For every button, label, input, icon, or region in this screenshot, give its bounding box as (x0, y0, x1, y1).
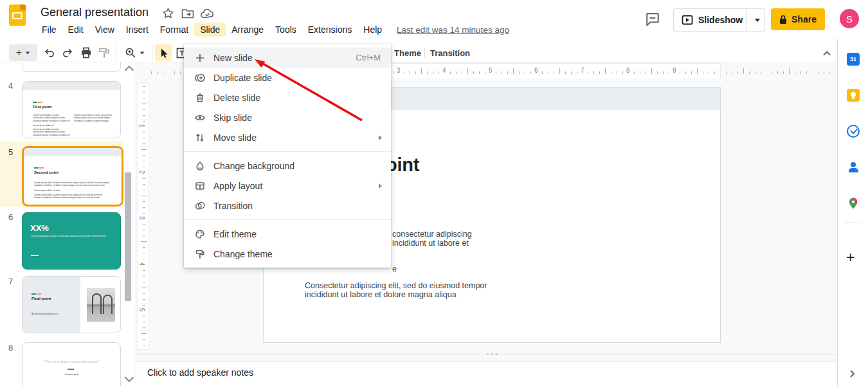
accent-dash (37, 293, 41, 295)
keep-icon[interactable] (847, 89, 860, 102)
transition-button[interactable]: Transition (428, 44, 473, 61)
trash-icon (194, 92, 206, 104)
select-tool-active[interactable] (155, 44, 172, 61)
slide-body-text[interactable]: Consectetur adipiscing elit, sed do eius… (305, 281, 487, 290)
theme-button[interactable]: Theme (392, 44, 423, 61)
move-icon (194, 132, 206, 143)
menu-item-new-slide[interactable]: New slide Ctrl+M (184, 48, 391, 68)
menu-item-change-theme[interactable]: Change theme (184, 244, 391, 264)
speaker-notes[interactable]: Click to add speaker notes (136, 362, 838, 386)
add-addon-plus-icon[interactable]: + (846, 251, 859, 264)
slide-thumbnail-4[interactable]: First point Lorem ipsum dolor sit amet c… (22, 81, 121, 138)
move-folder-icon[interactable] (181, 8, 194, 19)
avatar-initial: S (846, 14, 853, 24)
contacts-icon[interactable] (847, 161, 860, 174)
ladder-shape (92, 293, 102, 314)
notes-resize-handle[interactable] (487, 353, 498, 355)
tasks-icon[interactable] (847, 125, 860, 138)
menu-format[interactable]: Format (154, 23, 194, 37)
slide-thumbnail-8[interactable]: "This is a super-important quote" - Famo… (22, 342, 121, 386)
accent-dash (38, 102, 42, 103)
google-side-panel: 31 + (837, 39, 868, 386)
thumb-body-text: Lorem ipsum dolor sit amet consectetur a… (33, 124, 59, 127)
collapse-panel-icon[interactable] (849, 369, 862, 382)
scroll-down-icon[interactable] (125, 373, 134, 382)
thumb-title: XX% (30, 223, 49, 233)
collapse-toolbar-icon[interactable] (818, 44, 836, 61)
accent-dash (39, 167, 44, 169)
last-edit-link[interactable]: Last edit was 14 minutes ago (397, 25, 509, 35)
thumb-caption: A small text description of it (32, 313, 71, 316)
menu-item-edit-theme[interactable]: Edit theme (184, 224, 391, 244)
star-icon[interactable] (162, 7, 174, 19)
redo-button[interactable] (60, 44, 75, 61)
menu-arrange[interactable]: Arrange (226, 23, 269, 37)
menu-help[interactable]: Help (357, 23, 388, 37)
menu-item-label: Move slide (213, 133, 257, 143)
slide-body-text[interactable]: consectetur adipiscing (392, 230, 472, 239)
cloud-status-icon[interactable] (201, 9, 215, 19)
vertical-ruler: 1 2 3 4 5 (138, 82, 148, 349)
menu-item-move-slide[interactable]: Move slide (184, 127, 391, 147)
thumb-body-text: Lorem ipsum dolor sit amet consectetur a… (34, 194, 105, 199)
slide-number: 7 (8, 277, 13, 286)
accent-dash (68, 369, 74, 370)
ruler-number: 6 (534, 67, 538, 74)
slide-body-text[interactable]: incididunt ut labore et dolore magna ali… (305, 290, 457, 299)
menu-tools[interactable]: Tools (269, 23, 302, 37)
document-title[interactable]: General presentation (41, 6, 149, 19)
roller-icon (194, 248, 206, 260)
toolbar-divider (424, 48, 425, 58)
present-icon (682, 15, 693, 25)
menu-insert[interactable]: Insert (120, 23, 154, 37)
thumb-body-text: Lorem ipsum dolor sit amet consectetur a… (33, 114, 70, 122)
slideshow-button[interactable]: Slideshow (673, 8, 765, 32)
maps-icon[interactable] (847, 197, 860, 210)
ruler-number: 3 (138, 216, 145, 220)
menu-extensions[interactable]: Extensions (302, 23, 357, 37)
undo-button[interactable] (41, 44, 57, 61)
comments-icon[interactable] (645, 12, 660, 26)
slideshow-dropdown-caret[interactable] (755, 19, 760, 22)
thumb-title: First point (33, 105, 51, 109)
menu-item-skip-slide[interactable]: Skip slide (184, 107, 391, 127)
speaker-notes-placeholder[interactable]: Click to add speaker notes (147, 367, 253, 378)
thumb-body-text: Lorem ipsum dolor sit amet consectetur a… (34, 189, 69, 192)
slide-thumbnail-6[interactable]: XX% Lorem ipsum dolor sit amet consectet… (22, 212, 121, 270)
eye-icon (194, 112, 206, 124)
thumb-title: Second point (34, 170, 59, 174)
thumb-body-text: Lorem ipsum dolor sit amet consectetur a… (33, 128, 70, 136)
menu-file[interactable]: File (36, 23, 62, 37)
menu-item-apply-layout[interactable]: Apply layout (184, 176, 391, 196)
menu-slide-active[interactable]: Slide (194, 23, 226, 37)
calendar-icon[interactable]: 31 (847, 53, 860, 66)
new-slide-toolbar-button[interactable]: + (9, 44, 37, 61)
slide-body-text[interactable]: e (392, 264, 397, 273)
paint-format-icon[interactable] (96, 44, 112, 61)
slideshow-label: Slideshow (698, 15, 743, 25)
ruler-number: 9 (673, 67, 676, 74)
menu-edit[interactable]: Edit (62, 23, 89, 37)
filmstrip-scrollbar[interactable] (125, 172, 131, 301)
account-avatar[interactable]: S (840, 9, 859, 28)
slide-body-text[interactable]: incididunt ut labore et (392, 239, 469, 248)
menu-item-change-background[interactable]: Change background (184, 156, 391, 176)
sidebar-divider (844, 223, 862, 223)
menu-separator (184, 151, 391, 152)
slide-thumbnail-5-selected[interactable]: Second point Lorem ipsum dolor sit amet … (22, 146, 123, 207)
menu-item-duplicate-slide[interactable]: Duplicate slide (184, 68, 391, 87)
zoom-tool[interactable] (121, 44, 148, 61)
ruler-number: 1 (138, 124, 145, 128)
slides-logo-icon[interactable] (9, 5, 26, 26)
share-button[interactable]: Share (771, 8, 825, 30)
plus-icon: + (16, 47, 22, 59)
scroll-up-icon[interactable] (125, 66, 134, 75)
menu-item-label: New slide (213, 53, 253, 63)
menu-item-transition[interactable]: Transition (184, 196, 391, 216)
menu-view[interactable]: View (89, 23, 120, 37)
menu-item-delete-slide[interactable]: Delete slide (184, 87, 391, 107)
print-icon[interactable] (78, 44, 95, 61)
thumb-body-text: Lorem ipsum dolor sit amet consectetur a… (31, 235, 113, 238)
slide-thumbnail-7[interactable]: Final point A small text description of … (22, 276, 121, 333)
ruler-number: 5 (138, 308, 145, 312)
